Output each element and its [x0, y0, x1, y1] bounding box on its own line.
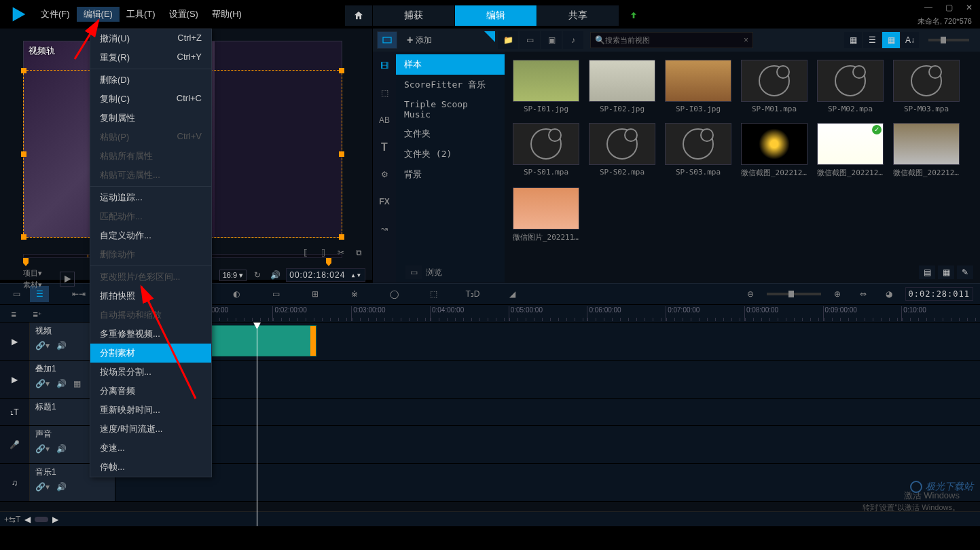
- cat-template-icon[interactable]: ⬚: [377, 86, 392, 100]
- menu-item[interactable]: 自定义动作...: [90, 226, 211, 245]
- track-grid-icon[interactable]: ▦: [73, 379, 81, 388]
- library-thumb[interactable]: SP-I03.jpg: [665, 60, 731, 113]
- menu-item[interactable]: 分割素材: [90, 344, 211, 363]
- handle-ml[interactable]: [21, 151, 26, 157]
- filter-video-icon[interactable]: ▭: [520, 31, 540, 49]
- library-thumb[interactable]: SP-M01.mpa: [741, 60, 807, 113]
- cat-transition-icon[interactable]: AB: [377, 113, 392, 128]
- handle-mr[interactable]: [339, 151, 344, 157]
- project-mode-label[interactable]: 项目▾: [23, 268, 53, 278]
- cat-path-icon[interactable]: ↝: [377, 221, 392, 236]
- 3d-title-icon[interactable]: T₃D: [463, 286, 482, 302]
- menu-item[interactable]: 多重修整视频...: [90, 325, 211, 344]
- library-thumb[interactable]: SP-S02.mpa: [589, 123, 655, 178]
- zoom-slider[interactable]: [767, 293, 821, 295]
- folder-item[interactable]: 文件夹: [396, 124, 505, 144]
- menu-item[interactable]: 删除(D): [90, 71, 211, 90]
- library-thumb[interactable]: SP-S03.mpa: [665, 123, 731, 178]
- close-button[interactable]: ✕: [962, 3, 976, 12]
- view-card-icon[interactable]: ▦: [844, 32, 862, 48]
- mark-in-icon[interactable]: [23, 258, 29, 266]
- clip-end-handle[interactable]: [310, 326, 316, 356]
- menu-item[interactable]: 变速...: [90, 439, 211, 458]
- track-link-icon[interactable]: 🔗▾: [35, 444, 50, 454]
- menu-item[interactable]: 撤消(U)Ctrl+Z: [90, 29, 211, 48]
- menu-item[interactable]: 停帧...: [90, 458, 211, 477]
- filter-photo-icon[interactable]: ▣: [541, 31, 562, 49]
- library-thumb[interactable]: SP-M02.mpa: [817, 60, 884, 113]
- panel-edit-icon[interactable]: ✎: [957, 265, 973, 279]
- menu-help[interactable]: 帮助(H): [205, 7, 249, 22]
- panel-layout1-icon[interactable]: ▤: [919, 265, 935, 279]
- library-thumb[interactable]: SP-S01.mpa: [513, 123, 579, 178]
- play-button[interactable]: [60, 272, 75, 287]
- library-thumb[interactable]: SP-I01.jpg: [513, 60, 579, 113]
- pan-zoom-icon[interactable]: ※: [345, 286, 364, 302]
- track-link-icon[interactable]: 🔗▾: [35, 341, 50, 350]
- menu-item[interactable]: 分离音频: [90, 382, 211, 401]
- scroll-thumb[interactable]: [35, 517, 48, 522]
- folder-item[interactable]: 文件夹 (2): [396, 144, 505, 164]
- aspect-selector[interactable]: 16:9 ▾: [219, 270, 247, 281]
- library-thumb[interactable]: 微信截图_202212...: [741, 123, 807, 178]
- track-icon-video[interactable]: ▶: [0, 323, 30, 360]
- cat-title-icon[interactable]: T: [377, 140, 392, 155]
- ruler-opt2-icon[interactable]: ≣⁺: [27, 306, 46, 323]
- cat-media-icon[interactable]: 🎞: [377, 58, 392, 73]
- volume-icon[interactable]: 🔊: [268, 268, 282, 282]
- menu-item[interactable]: 按场景分割...: [90, 363, 211, 382]
- sort-icon[interactable]: A↓: [901, 32, 919, 48]
- ruler-opt1-icon[interactable]: ≣: [4, 306, 23, 323]
- handle-br[interactable]: [339, 234, 344, 240]
- menu-item[interactable]: 复制属性: [90, 109, 211, 128]
- mode-share-button[interactable]: 共享: [537, 5, 619, 26]
- browse-icon[interactable]: ▭: [405, 265, 422, 279]
- library-pin-icon[interactable]: [477, 31, 495, 49]
- multiview-icon[interactable]: ⊞: [306, 286, 325, 302]
- handle-tl[interactable]: [21, 68, 26, 73]
- menu-item[interactable]: 重新映射时间...: [90, 401, 211, 420]
- track-icon-voice[interactable]: 🎤: [0, 426, 30, 463]
- project-duration-icon[interactable]: ◕: [879, 286, 899, 302]
- color-grade-icon[interactable]: ◢: [503, 286, 522, 302]
- track-mute-icon[interactable]: 🔊: [56, 379, 67, 388]
- motion-track-icon[interactable]: ◐: [227, 286, 246, 302]
- menu-item[interactable]: 抓拍快照: [90, 287, 211, 306]
- menu-edit[interactable]: 编辑(E): [77, 7, 120, 22]
- bracket-out-icon[interactable]: ⟧: [316, 246, 330, 259]
- folder-item[interactable]: Triple Scoop Music: [396, 95, 505, 124]
- subtitle-icon[interactable]: ▭: [266, 286, 285, 302]
- search-input[interactable]: [605, 36, 744, 44]
- zoom-out-icon[interactable]: ⊖: [741, 286, 760, 302]
- mask-icon[interactable]: ⬚: [424, 286, 443, 302]
- library-thumb[interactable]: 微信截图_202212...: [893, 123, 960, 178]
- filter-audio-icon[interactable]: ♪: [563, 31, 583, 49]
- library-add-button[interactable]: + 添加: [400, 34, 475, 46]
- upload-icon[interactable]: [623, 5, 644, 26]
- folder-item[interactable]: ScoreFitter 音乐: [396, 75, 505, 95]
- handle-tr[interactable]: [339, 68, 344, 73]
- folder-item[interactable]: 背景: [396, 164, 505, 185]
- bracket-in-icon[interactable]: ⟦: [299, 246, 312, 259]
- menu-item[interactable]: 运动追踪...: [90, 188, 211, 207]
- menu-item[interactable]: 重复(R)Ctrl+Y: [90, 48, 211, 67]
- thumb-size-slider[interactable]: [928, 39, 969, 41]
- material-mode-label[interactable]: 素材▾: [23, 280, 53, 290]
- menu-tool[interactable]: 工具(T): [120, 7, 162, 22]
- mode-capture-button[interactable]: 捕获: [373, 5, 454, 26]
- track-mute-icon[interactable]: 🔊: [56, 444, 67, 454]
- menu-item[interactable]: 复制(C)Ctrl+C: [90, 90, 211, 109]
- cat-overlay-icon[interactable]: ⚙: [377, 167, 392, 182]
- minimize-button[interactable]: —: [922, 3, 935, 12]
- track-icon-music[interactable]: ♫: [0, 464, 30, 501]
- track-link-icon[interactable]: 🔗▾: [35, 482, 50, 492]
- track-body[interactable]: [115, 399, 980, 425]
- cut-icon[interactable]: ✂: [334, 246, 348, 259]
- library-search[interactable]: 🔍 ×: [590, 32, 753, 48]
- fit-timeline-icon[interactable]: ⇔: [854, 286, 873, 302]
- filter-folder-icon[interactable]: 📁: [498, 31, 518, 49]
- track-body[interactable]: [115, 426, 980, 463]
- track-mute-icon[interactable]: 🔊: [56, 482, 67, 492]
- library-tab-icon[interactable]: [377, 31, 397, 49]
- timecode-display[interactable]: 00:02:18:024 ▴▾: [286, 268, 365, 282]
